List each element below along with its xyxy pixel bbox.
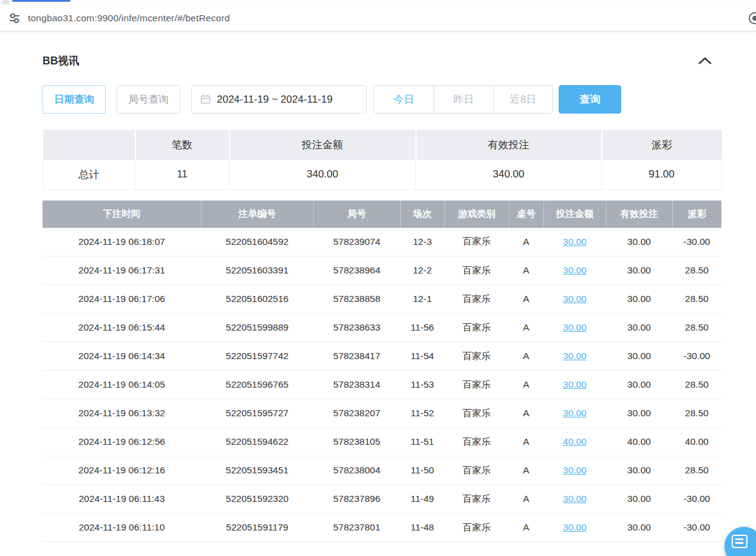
cell-game-type: 百家乐 xyxy=(444,342,509,371)
bet-amount-link[interactable]: 30.00 xyxy=(563,465,587,475)
summary-payout-value: 91.00 xyxy=(602,160,722,190)
bet-amount-link[interactable]: 30.00 xyxy=(563,322,587,332)
cell-payout: 28.50 xyxy=(672,314,721,342)
column-header: 有效投注 xyxy=(606,201,672,228)
quick-range-button[interactable]: 今日 xyxy=(374,86,434,113)
summary-header-count: 笔数 xyxy=(135,130,230,160)
cell-payout: -30.00 xyxy=(672,485,721,513)
cell-round-id: 578239074 xyxy=(313,228,400,256)
summary-valid-bet-value: 340.00 xyxy=(416,160,602,190)
bet-amount-link[interactable]: 30.00 xyxy=(563,293,587,304)
browser-tab-strip xyxy=(0,0,756,5)
cell-order-id: 522051594622 xyxy=(201,428,313,456)
cell-bet-amount: 30.00 xyxy=(543,228,606,256)
active-tab-indicator xyxy=(12,0,70,2)
cell-payout: 28.50 xyxy=(672,371,721,399)
cell-round-id: 578238633 xyxy=(313,314,400,342)
cell-order-id: 522051592320 xyxy=(201,485,313,513)
summary-total-label: 总计 xyxy=(43,160,135,190)
cell-payout: -30.00 xyxy=(672,228,721,256)
table-row: 2024-11-19 06:12:16522051593451578238004… xyxy=(43,456,721,485)
cell-table-no: A xyxy=(509,371,543,399)
search-button[interactable]: 查询 xyxy=(559,85,621,114)
bet-table-header-row: 下注时间注单编号局号场次游戏类别桌号投注金额有效投注派彩 xyxy=(43,201,721,228)
site-settings-icon[interactable] xyxy=(9,12,21,24)
cell-payout: -30.00 xyxy=(672,342,721,371)
column-header: 投注金额 xyxy=(543,201,606,228)
bet-amount-link[interactable]: 40.00 xyxy=(563,436,587,447)
bet-amount-link[interactable]: 30.00 xyxy=(563,522,587,532)
cell-table-no: A xyxy=(509,342,543,371)
cell-bet-time: 2024-11-19 06:13:32 xyxy=(43,399,201,428)
summary-header-valid-bet: 有效投注 xyxy=(416,130,602,160)
date-range-picker[interactable]: 2024-11-19 ~ 2024-11-19 xyxy=(191,85,367,114)
section-header: BB视讯 xyxy=(43,53,721,68)
quick-range-button[interactable]: 昨日 xyxy=(434,86,493,113)
cell-bet-time: 2024-11-19 06:17:06 xyxy=(43,285,201,314)
table-row: 2024-11-19 06:18:07522051604592578239074… xyxy=(43,228,721,256)
quick-range-button[interactable]: 近8日 xyxy=(493,86,553,113)
bet-amount-link[interactable]: 30.00 xyxy=(563,265,587,275)
summary-total-row: 总计 11 340.00 340.00 91.00 xyxy=(43,160,722,190)
cell-order-id: 522051597742 xyxy=(201,342,313,371)
cell-valid-bet: 30.00 xyxy=(606,485,672,513)
cell-bet-amount: 30.00 xyxy=(543,513,606,542)
quick-range-group: 今日昨日近8日 xyxy=(373,85,553,114)
cell-valid-bet: 30.00 xyxy=(606,342,672,371)
cell-session: 12-1 xyxy=(400,285,444,314)
cell-round-id: 578237801 xyxy=(313,513,400,542)
cell-game-type: 百家乐 xyxy=(444,285,509,314)
bet-amount-link[interactable]: 30.00 xyxy=(563,236,587,247)
bet-amount-link[interactable]: 30.00 xyxy=(563,379,587,390)
cell-session: 11-54 xyxy=(400,342,444,371)
table-row: 2024-11-19 06:17:31522051603391578238964… xyxy=(43,256,721,285)
cell-bet-time: 2024-11-19 06:18:07 xyxy=(43,228,201,256)
browser-extension-icon[interactable] xyxy=(749,12,756,24)
bet-amount-link[interactable]: 30.00 xyxy=(563,408,587,418)
summary-header-bet-amount: 投注金额 xyxy=(230,130,416,160)
cell-game-type: 百家乐 xyxy=(444,399,509,428)
collapse-section-button[interactable] xyxy=(697,55,713,66)
filter-toolbar: 日期查询 局号查询 2024-11-19 ~ 2024-11-19 今日昨日近8… xyxy=(43,85,721,114)
bet-amount-link[interactable]: 30.00 xyxy=(563,493,587,504)
cell-bet-amount: 30.00 xyxy=(543,342,606,371)
column-header: 场次 xyxy=(400,201,444,228)
cell-order-id: 522051603391 xyxy=(201,256,313,285)
browser-url-bar: tongbao31.com:9900/infe/mcenter/#/betRec… xyxy=(0,5,756,32)
bet-record-page: BB视讯 日期查询 局号查询 2024-11-19 ~ 2024-11-19 今… xyxy=(0,53,756,542)
cell-valid-bet: 30.00 xyxy=(606,314,672,342)
cell-bet-time: 2024-11-19 06:15:44 xyxy=(43,314,201,342)
cell-order-id: 522051599889 xyxy=(201,314,313,342)
round-query-tab[interactable]: 局号查询 xyxy=(117,85,180,114)
cell-payout: 28.50 xyxy=(672,256,721,285)
cell-valid-bet: 30.00 xyxy=(606,228,672,256)
customer-service-icon xyxy=(732,535,747,548)
summary-count-value: 11 xyxy=(135,160,230,190)
page-title: BB视讯 xyxy=(43,53,79,68)
url-text[interactable]: tongbao31.com:9900/infe/mcenter/#/betRec… xyxy=(28,13,230,24)
cell-bet-time: 2024-11-19 06:11:10 xyxy=(43,513,201,542)
date-query-tab[interactable]: 日期查询 xyxy=(43,85,106,114)
cell-payout: 28.50 xyxy=(672,399,721,428)
column-header: 下注时间 xyxy=(43,201,201,228)
cell-valid-bet: 30.00 xyxy=(606,256,672,285)
column-header: 注单编号 xyxy=(201,201,313,228)
browser-tab-icon xyxy=(2,0,9,4)
table-row: 2024-11-19 06:13:32522051595727578238207… xyxy=(43,399,721,428)
cell-table-no: A xyxy=(509,399,543,428)
chevron-up-icon xyxy=(698,57,712,64)
cell-game-type: 百家乐 xyxy=(444,371,509,399)
cell-game-type: 百家乐 xyxy=(444,228,509,256)
cell-bet-amount: 30.00 xyxy=(543,485,606,513)
cell-bet-time: 2024-11-19 06:17:31 xyxy=(43,256,201,285)
cell-order-id: 522051595727 xyxy=(201,399,313,428)
cell-valid-bet: 30.00 xyxy=(606,371,672,399)
summary-table: 笔数 投注金额 有效投注 派彩 总计 11 340.00 340.00 91.0… xyxy=(43,130,722,190)
cell-session: 11-50 xyxy=(400,456,444,485)
cell-session: 12-3 xyxy=(400,228,444,256)
cell-game-type: 百家乐 xyxy=(444,456,509,485)
bet-amount-link[interactable]: 30.00 xyxy=(563,351,587,361)
cell-session: 11-56 xyxy=(400,314,444,342)
column-header: 派彩 xyxy=(672,201,721,228)
summary-header-blank xyxy=(43,130,135,160)
